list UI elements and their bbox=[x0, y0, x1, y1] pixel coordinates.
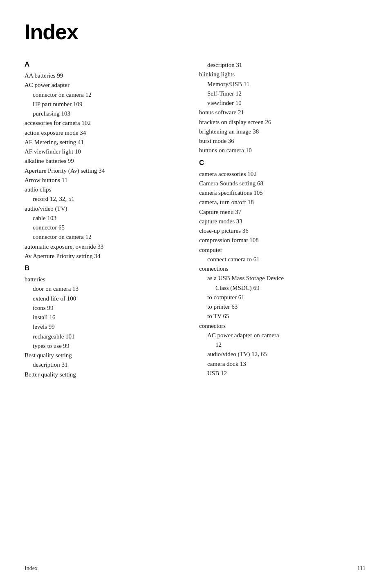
index-entry: camera, turn on/off 18 bbox=[199, 198, 365, 207]
index-entry: brackets on display screen 26 bbox=[199, 118, 365, 127]
index-entry: Best quality setting bbox=[25, 351, 183, 360]
index-entry: close-up pictures 36 bbox=[199, 226, 365, 236]
index-entry: camera specifications 105 bbox=[199, 188, 365, 198]
index-entry: description 31 bbox=[33, 360, 183, 370]
index-entry: audio/video (TV) 12, 65 bbox=[207, 350, 365, 359]
index-entry: Av Aperture Priority setting 34 bbox=[25, 252, 183, 261]
footer-page: 111 bbox=[357, 565, 365, 572]
index-entry: door on camera 13 bbox=[33, 284, 183, 294]
index-entry: levels 99 bbox=[33, 322, 183, 332]
index-entry: cable 103 bbox=[33, 214, 183, 223]
index-entry: viewfinder 10 bbox=[207, 98, 365, 108]
index-entry: extend life of 100 bbox=[33, 294, 183, 303]
index-entry: Class (MSDC) 69 bbox=[215, 283, 365, 293]
right-column: description 31blinking lightsMemory/USB … bbox=[195, 60, 365, 383]
index-entry: USB 12 bbox=[207, 369, 365, 378]
index-entry: computer bbox=[199, 245, 365, 255]
index-entry: audio clips bbox=[25, 185, 183, 194]
index-entry: buttons on camera 10 bbox=[199, 146, 365, 155]
index-entry: AA batteries 99 bbox=[25, 71, 183, 80]
index-entry: brightening an image 38 bbox=[199, 127, 365, 136]
index-entry: AF viewfinder light 10 bbox=[25, 147, 183, 156]
index-entry: HP part number 109 bbox=[33, 100, 183, 109]
section-block: Bbatteriesdoor on camera 13extend life o… bbox=[25, 264, 183, 379]
index-entry: connector on camera 12 bbox=[33, 90, 183, 100]
index-entry: Camera Sounds setting 68 bbox=[199, 179, 365, 188]
index-entry: alkaline batteries 99 bbox=[25, 156, 183, 166]
index-entry: batteries bbox=[25, 275, 183, 284]
index-entry: compression format 108 bbox=[199, 236, 365, 245]
section-letter: A bbox=[25, 60, 183, 69]
index-entry: action exposure mode 34 bbox=[25, 128, 183, 138]
index-entry: as a USB Mass Storage Device bbox=[207, 274, 365, 283]
page-title: Index bbox=[25, 20, 365, 44]
index-entry: install 16 bbox=[33, 313, 183, 322]
index-entry: connect camera to 61 bbox=[207, 255, 365, 264]
index-entry: purchasing 103 bbox=[33, 109, 183, 118]
index-entry: Better quality setting bbox=[25, 370, 183, 379]
index-entry: burst mode 36 bbox=[199, 136, 365, 146]
index-entry: icons 99 bbox=[33, 303, 183, 313]
index-entry: accessories for camera 102 bbox=[25, 118, 183, 128]
index-entry: Memory/USB 11 bbox=[207, 80, 365, 89]
index-entry: AC power adapter on camera bbox=[207, 331, 365, 340]
index-entry: Aperture Priority (Av) setting 34 bbox=[25, 166, 183, 176]
section-letter: C bbox=[199, 159, 365, 167]
section-letter: B bbox=[25, 264, 183, 272]
index-entry: connector on camera 12 bbox=[33, 232, 183, 242]
index-entry: Arrow buttons 11 bbox=[25, 176, 183, 185]
index-entry: Self-Timer 12 bbox=[207, 89, 365, 98]
footer: Index 111 bbox=[25, 565, 365, 572]
index-entry: camera accessories 102 bbox=[199, 169, 365, 179]
index-entry: capture modes 33 bbox=[199, 217, 365, 226]
index-entry: audio/video (TV) bbox=[25, 204, 183, 214]
index-entry: connectors bbox=[199, 321, 365, 331]
index-entry: AE Metering, setting 41 bbox=[25, 138, 183, 147]
index-entry: description 31 bbox=[207, 60, 365, 70]
index-entry: to printer 63 bbox=[207, 302, 365, 312]
footer-label: Index bbox=[25, 565, 38, 572]
index-entry: rechargeable 101 bbox=[33, 332, 183, 341]
index-columns: AAA batteries 99AC power adapterconnecto… bbox=[25, 60, 365, 383]
index-entry: types to use 99 bbox=[33, 341, 183, 351]
index-entry: Capture menu 37 bbox=[199, 207, 365, 217]
index-entry: record 12, 32, 51 bbox=[33, 194, 183, 204]
index-entry: blinking lights bbox=[199, 70, 365, 79]
index-entry: automatic exposure, override 33 bbox=[25, 242, 183, 252]
index-entry: AC power adapter bbox=[25, 80, 183, 90]
index-entry: 12 bbox=[215, 340, 365, 350]
section-block: AAA batteries 99AC power adapterconnecto… bbox=[25, 60, 183, 261]
index-entry: connections bbox=[199, 264, 365, 274]
index-entry: camera dock 13 bbox=[207, 359, 365, 369]
section-block: Ccamera accessories 102Camera Sounds set… bbox=[199, 159, 365, 379]
left-column: AAA batteries 99AC power adapterconnecto… bbox=[25, 60, 195, 383]
index-entry: to computer 61 bbox=[207, 293, 365, 302]
index-entry: connector 65 bbox=[33, 223, 183, 232]
index-entry: bonus software 21 bbox=[199, 108, 365, 117]
section-block: description 31blinking lightsMemory/USB … bbox=[199, 60, 365, 156]
index-entry: to TV 65 bbox=[207, 312, 365, 321]
